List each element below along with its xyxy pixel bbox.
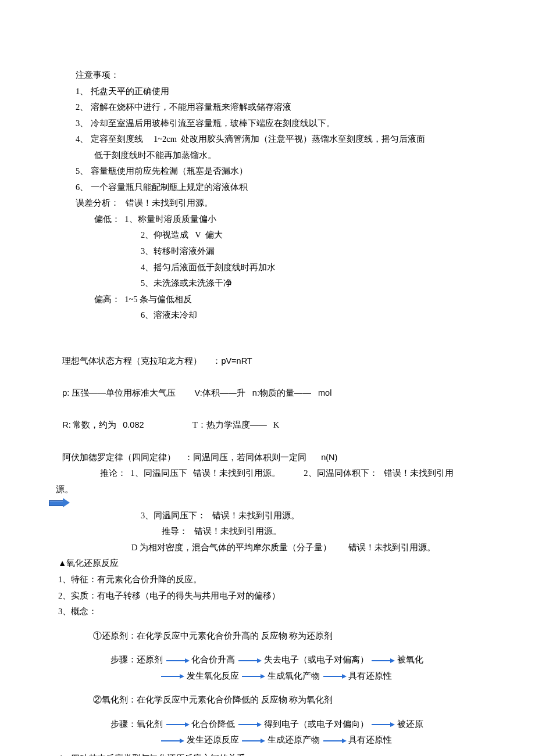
errlow-item: 4、摇匀后液面低于刻度线时再加水 <box>76 260 471 276</box>
arrow-icon <box>237 722 262 728</box>
step-text: 生成氧化产物 <box>268 671 320 680</box>
step-text: 失去电子（或电子对偏离） <box>264 655 369 664</box>
ideal-gas-line1: 理想气体状态方程（克拉珀龙方程） ：pV=nRT <box>58 338 471 370</box>
arrow-icon <box>241 738 265 744</box>
r-desc: 常数，约为 <box>73 420 116 429</box>
precaution-item: 4、 定容至刻度线 1~2cm 处改用胶头滴管滴加（注意平视）蒸馏水至刻度线，摇… <box>76 131 471 148</box>
redox-c2-steps-row2: 发生还原反应 生成还原产物 具有还原性 <box>160 732 471 748</box>
redox-c1-steps-row1: 步骤：还原剂 化合价升高 失去电子（或电子对偏离） 被氧化 <box>110 652 471 668</box>
svg-marker-13 <box>185 722 190 727</box>
errlow-heading: 偏低： 1、称量时溶质质量偏小 <box>76 212 471 228</box>
arrow-icon <box>160 738 184 744</box>
arrow-icon <box>241 673 265 679</box>
step-text: 具有还原性 <box>348 735 392 744</box>
errlow-item: 3、转移时溶液外漏 <box>76 243 471 260</box>
step-text: 被还原 <box>397 719 423 729</box>
step-text: 化合价降低 <box>191 719 235 729</box>
svg-marker-23 <box>342 739 347 743</box>
arrow-icon <box>237 658 262 664</box>
step-text: 发生氧化反应 <box>187 671 239 680</box>
precaution-item-cont: 低于刻度线时不能再加蒸馏水。 <box>76 148 471 164</box>
errhigh-heading: 偏高： 1~5 条与偏低相反 <box>76 292 471 308</box>
precaution-item: 6、 一个容量瓶只能配制瓶上规定的溶液体积 <box>76 180 471 196</box>
arrow-icon <box>370 722 395 728</box>
step-text: 生成还原产物 <box>268 735 320 744</box>
avogadro-line1: 阿伏加德罗定律（四同定律） ：同温同压，若同体积则一定同 n(N) <box>58 433 471 465</box>
vn-label: V:体积——升 n:物质的量—— mol <box>195 388 332 397</box>
redox-heading: ▲氧化还原反应 <box>58 556 471 572</box>
step-label: 步骤：氧化剂 <box>110 719 163 729</box>
precaution-item: 2、 溶解在烧杯中进行，不能用容量瓶来溶解或储存溶液 <box>76 99 471 116</box>
avogadro-label: 阿伏加德罗定律（四同定律） ：同温同压，若同体积则一定同 <box>62 453 306 462</box>
redox-c1-steps-row2: 发生氧化反应 生成氧化产物 具有还原性 <box>160 668 471 685</box>
step-text: 发生还原反应 <box>187 735 239 744</box>
r-label: R: <box>62 420 71 429</box>
step-text: 具有还原性 <box>348 671 392 680</box>
step-text: 化合价升高 <box>191 655 235 664</box>
errhigh-item: 6、溶液未冷却 <box>76 307 471 324</box>
arrow-icon <box>370 658 395 664</box>
step-text: 被氧化 <box>397 655 423 664</box>
ideal-gas-label: 理想气体状态方程（克拉珀龙方程） ： <box>62 356 221 366</box>
t-desc: T：热力学温度—— K <box>192 420 279 429</box>
avogadro-line3: 3、同温同压下： 错误！未找到引用源。 <box>76 508 471 524</box>
svg-marker-17 <box>390 722 395 727</box>
arrow-icon <box>165 722 190 728</box>
avogadro-line2: 推论： 1、同温同压下 错误！未找到引用源。 2、同温同体积下： 错误！未找到引… <box>81 465 471 482</box>
ideal-gas-line3: R: 常数，约为 0.082 T：热力学温度—— K <box>58 402 471 433</box>
redox-c1-heading: ①还原剂：在化学反应中元素化合价升高的 反应物 称为还原剂 <box>93 628 471 644</box>
error-analysis-heading: 误差分析： 错误！未找到引用源。 <box>76 195 471 212</box>
p-label: p: <box>62 388 69 397</box>
redox-item4: 4、四种基本反应类型与氧化还原反应之间的关系： <box>58 751 471 756</box>
p-desc: 压强——单位用标准大气压 <box>72 388 176 397</box>
svg-marker-11 <box>342 674 347 679</box>
redox-c2-steps-row1: 步骤：氧化剂 化合价降低 得到电子（或电子对偏向） 被还原 <box>110 716 471 733</box>
svg-marker-7 <box>180 674 184 679</box>
svg-marker-5 <box>390 658 395 663</box>
precautions-heading: 注意事项： <box>76 67 471 84</box>
arrow-icon <box>160 673 184 679</box>
ideal-gas-line2: p: 压强——单位用标准大气压 V:体积——升 n:物质的量—— mol <box>58 370 471 402</box>
svg-marker-9 <box>261 674 265 679</box>
ideal-gas-formula: pV=nRT <box>221 356 252 366</box>
svg-marker-3 <box>257 658 262 663</box>
errlow-item: 2、仰视造成 V 偏大 <box>76 227 471 243</box>
precaution-item: 3、 冷却至室温后用玻棒引流至容量瓶，玻棒下端应在刻度线以下。 <box>76 116 471 132</box>
svg-marker-21 <box>261 739 265 743</box>
arrow-icon <box>322 738 347 744</box>
redox-item3: 3、概念： <box>58 604 471 620</box>
arrow-icon <box>322 673 347 679</box>
errlow-item: 5、未洗涤或未洗涤干净 <box>76 275 471 292</box>
precaution-item: 1、 托盘天平的正确使用 <box>76 84 471 100</box>
precaution-item: 5、 容量瓶使用前应先检漏（瓶塞是否漏水） <box>76 163 471 180</box>
arrow-icon <box>165 658 190 664</box>
redox-item1: 1、特征：有元素化合价升降的反应。 <box>58 572 471 588</box>
step-text: 得到电子（或电子对偏向） <box>264 719 369 729</box>
svg-marker-15 <box>257 722 262 727</box>
r-val: 0.082 <box>123 420 144 429</box>
avogadro-line4: 推导： 错误！未找到引用源。 <box>76 524 471 540</box>
avogadro-nn: n(N) <box>321 453 337 462</box>
avogadro-line5: D 为相对密度，混合气体的平均摩尔质量（分子量） 错误！未找到引用源。 <box>76 540 471 556</box>
svg-marker-19 <box>180 739 184 743</box>
redox-item2: 2、实质：有电子转移（电子的得失与共用电子对的偏移） <box>58 588 471 604</box>
step-label: 步骤：还原剂 <box>110 655 163 664</box>
redox-c2-heading: ②氧化剂：在化学反应中元素化合价降低的 反应物 称为氧化剂 <box>93 692 471 708</box>
svg-marker-1 <box>185 658 190 663</box>
right-arrow-icon <box>49 499 71 507</box>
